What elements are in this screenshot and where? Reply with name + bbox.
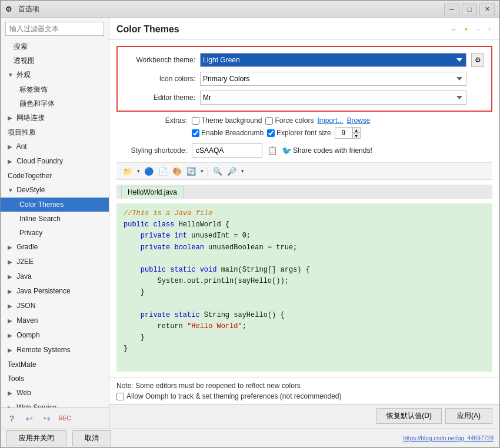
search-tool2-button[interactable]: 🔎 <box>225 165 238 178</box>
share-text: Share codes with friends! <box>293 146 372 155</box>
sidebar-item-oomph[interactable]: ▶ Oomph <box>1 328 109 343</box>
theme-tool-dropdown[interactable]: ▾ <box>199 165 205 178</box>
title-bar-buttons: ─ □ ✕ <box>444 4 495 15</box>
sidebar-item-textmate[interactable]: TextMate <box>1 357 109 372</box>
save-button[interactable]: 📄 <box>156 165 169 178</box>
explorer-font-check[interactable]: Explorer font size <box>267 129 331 137</box>
sidebar-item-maven[interactable]: ▶ Maven <box>1 313 109 328</box>
enable-breadcrumb-checkbox[interactable] <box>192 129 199 137</box>
maximize-button[interactable]: □ <box>462 4 477 15</box>
sidebar-item-web[interactable]: ▶ Web <box>1 386 109 400</box>
sidebar-item-inlinesearch[interactable]: Inline Search <box>1 212 109 226</box>
sidebar-item-privacy[interactable]: Privacy <box>1 226 109 240</box>
forward-dropdown-button[interactable]: ▾ <box>486 23 492 36</box>
sidebar-item-badge[interactable]: 标签装饰 <box>1 82 109 96</box>
new-file-button[interactable]: 📁 <box>121 165 134 178</box>
filter-input[interactable] <box>5 22 104 36</box>
oomph-checkbox[interactable] <box>116 393 124 400</box>
spinner-up-button[interactable]: ▲ <box>352 127 361 133</box>
window-bottom: 应用并关闭 取消 https://blog.csdn.net/qq_446977… <box>1 429 499 447</box>
note-text: Note: Some editors must be reopened to r… <box>116 382 492 390</box>
search-tool-button[interactable]: 🔍 <box>211 165 224 178</box>
theme-tool-button[interactable]: 🎨 <box>171 165 184 178</box>
sidebar-item-font[interactable]: 颜色和字体 <box>1 96 109 111</box>
code-line-12: } <box>124 332 485 343</box>
minimize-button[interactable]: ─ <box>444 4 459 15</box>
search-dropdown[interactable]: ▾ <box>239 165 245 178</box>
sidebar-item-devstyle[interactable]: ▼ DevStyle <box>1 183 109 198</box>
refresh-button[interactable]: 🔄 <box>185 165 198 178</box>
apply-button[interactable]: 应用(A) <box>445 408 492 424</box>
sidebar-item-ant[interactable]: ▶ Ant <box>1 139 109 154</box>
window-title: 首选项 <box>18 4 444 14</box>
back-dropdown-button[interactable]: ▾ <box>463 23 469 36</box>
sidebar-item-json[interactable]: ▶ JSON <box>1 299 109 313</box>
spinner-down-button[interactable]: ▼ <box>352 133 361 139</box>
back-button[interactable]: ← <box>448 23 461 36</box>
theme-background-checkbox[interactable] <box>192 117 199 125</box>
preferences-window: ⚙ 首选项 ─ □ ✕ 搜索 透视图 ▼ 外观 标签装饰 颜色和字体 ▶ 网络连… <box>0 0 500 448</box>
sidebar-item-project[interactable]: 项目性质 <box>1 125 109 139</box>
import-button[interactable]: Import... <box>317 116 343 125</box>
font-size-spinner: ▲ ▼ <box>335 127 361 139</box>
forward-button[interactable]: → <box>471 23 484 36</box>
copy-to-clipboard-button[interactable]: 📋 <box>267 146 277 155</box>
enable-breadcrumb-check[interactable]: Enable Breadcrumb <box>192 129 264 137</box>
code-line-10: private static String sayHello() { <box>124 310 485 321</box>
sidebar-item-cloudfoundry[interactable]: ▶ Cloud Foundry <box>1 154 109 169</box>
icon-colors-label: Icon colors: <box>125 75 195 83</box>
open-file-button[interactable]: 🔵 <box>142 165 155 178</box>
twitter-share-button[interactable]: 🐦 Share codes with friends! <box>282 146 372 155</box>
explorer-font-checkbox[interactable] <box>267 129 275 137</box>
status-url[interactable]: https://blog.csdn.net/qq_44697728 <box>404 435 494 442</box>
explorer-font-label: Explorer font size <box>276 129 331 137</box>
apply-close-button[interactable]: 应用并关闭 <box>6 430 66 446</box>
export-button[interactable]: ↪ <box>41 412 54 425</box>
font-size-input[interactable] <box>335 127 352 139</box>
sidebar-item-webservice[interactable]: ▶ Web Service <box>1 400 109 407</box>
sidebar-item-remotesystems[interactable]: ▶ Remote Systems <box>1 343 109 357</box>
workbench-theme-select[interactable]: Light Green Dark Classic <box>200 53 466 67</box>
help-button[interactable]: ? <box>5 412 18 425</box>
workbench-theme-settings-button[interactable]: ⚙ <box>471 53 484 67</box>
sidebar-item-tools[interactable]: Tools <box>1 372 109 386</box>
sidebar-item-search[interactable]: 搜索 <box>1 39 109 54</box>
import-button[interactable]: ↩ <box>23 412 36 425</box>
twitter-icon: 🐦 <box>282 146 292 155</box>
editor-toolbar: 📁 ▾ 🔵 📄 🎨 🔄 ▾ 🔍 🔎 ▾ <box>116 162 492 180</box>
editor-theme-select[interactable]: Mr Default Dark <box>200 91 466 105</box>
sidebar: 搜索 透视图 ▼ 外观 标签装饰 颜色和字体 ▶ 网络连接 项目性质 ▶ Ant… <box>1 18 109 429</box>
editor-theme-label: Editor theme: <box>125 93 195 102</box>
sidebar-item-javapersistence[interactable]: ▶ Java Persistence <box>1 284 109 299</box>
sidebar-tree: 搜索 透视图 ▼ 外观 标签装饰 颜色和字体 ▶ 网络连接 项目性质 ▶ Ant… <box>1 39 109 407</box>
styling-shortcode-section: Styling shortcode: 📋 🐦 Share codes with … <box>116 143 492 158</box>
oomph-check[interactable]: Allow Oomph to track & set theming prefe… <box>116 392 492 400</box>
code-line-11: return "Hello World"; <box>124 321 485 332</box>
close-button[interactable]: ✕ <box>479 4 495 15</box>
sidebar-item-java[interactable]: ▶ Java <box>1 269 109 284</box>
theme-background-check[interactable]: Theme background <box>192 116 262 125</box>
extras-row2: Enable Breadcrumb Explorer font size ▲ <box>116 127 492 139</box>
workbench-theme-row: Workbench theme: Light Green Dark Classi… <box>125 53 484 67</box>
editor-tab-helloworldjava[interactable]: HelloWorld.java <box>121 186 184 199</box>
shortcode-input[interactable] <box>192 143 262 158</box>
sidebar-item-j2ee[interactable]: ▶ J2EE <box>1 255 109 269</box>
main-area: 搜索 透视图 ▼ 外观 标签装饰 颜色和字体 ▶ 网络连接 项目性质 ▶ Ant… <box>1 18 499 429</box>
sidebar-item-gradle[interactable]: ▶ Gradle <box>1 240 109 255</box>
oomph-label: Allow Oomph to track & set theming prefe… <box>126 392 342 400</box>
record-button[interactable]: REC <box>58 412 71 425</box>
sidebar-item-appearance[interactable]: ▼ 外观 <box>1 68 109 82</box>
icon-colors-select[interactable]: Primary Colors Monochrome <box>200 72 466 86</box>
sidebar-item-network[interactable]: ▶ 网络连接 <box>1 111 109 125</box>
sidebar-item-codetogether[interactable]: CodeTogether <box>1 169 109 183</box>
sidebar-item-perspective[interactable]: 透视图 <box>1 54 109 68</box>
sidebar-item-colorthemes[interactable]: Color Themes <box>1 198 109 212</box>
force-colors-checkbox[interactable] <box>265 117 273 125</box>
force-colors-check[interactable]: Force colors <box>265 116 314 125</box>
new-file-dropdown[interactable]: ▾ <box>135 165 141 178</box>
restore-defaults-button[interactable]: 恢复默认值(D) <box>376 408 442 424</box>
cancel-button[interactable]: 取消 <box>72 430 111 446</box>
workbench-theme-label: Workbench theme: <box>125 56 195 64</box>
browse-button[interactable]: Browse <box>346 116 370 125</box>
code-line-2: public class HelloWorld { <box>124 219 485 230</box>
